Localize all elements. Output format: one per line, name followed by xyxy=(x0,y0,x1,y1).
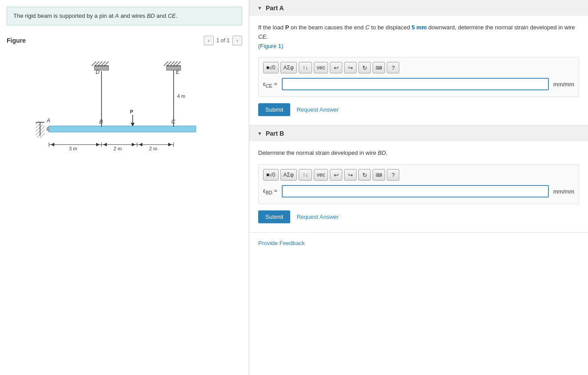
svg-text:3 m: 3 m xyxy=(69,146,77,151)
svg-marker-46 xyxy=(103,143,107,146)
part-a-body: If the load P on the beam causes the end… xyxy=(249,16,588,125)
svg-marker-44 xyxy=(51,143,54,146)
part-a-section: ▼ Part A If the load P on the beam cause… xyxy=(249,0,588,125)
refresh-btn-b[interactable]: ↻ xyxy=(358,169,371,181)
svg-rect-9 xyxy=(49,126,196,132)
svg-marker-47 xyxy=(132,143,135,146)
svg-text:A: A xyxy=(46,117,50,124)
svg-text:E: E xyxy=(176,69,180,75)
redo-btn-a[interactable]: ↪ xyxy=(344,62,357,73)
figure-area: Figure ‹ 1 of 1 › xyxy=(0,32,249,375)
part-b-toolbar: ■√0 ΑΣφ ↑↓ vec ↩ ↪ ↻ ⌨ ? xyxy=(263,169,574,181)
svg-line-6 xyxy=(37,130,45,137)
svg-line-4 xyxy=(36,125,43,132)
part-a-answer-input[interactable] xyxy=(282,78,549,90)
part-b-action-row: Submit Request Answer xyxy=(258,210,579,223)
problem-statement: The rigid beam is supported by a pin at … xyxy=(7,7,242,25)
next-figure-button[interactable]: › xyxy=(232,36,242,45)
figure-svg-wrapper: A D B xyxy=(4,49,244,165)
svg-text:C: C xyxy=(171,119,175,125)
part-a-title: Part A xyxy=(266,4,284,12)
part-b-title: Part B xyxy=(266,130,284,137)
part-a-input-row: εCE = mm/mm xyxy=(263,78,574,90)
svg-text:B: B xyxy=(99,119,103,125)
part-a-header[interactable]: ▼ Part A xyxy=(249,0,588,16)
part-a-input-label: εCE = xyxy=(263,81,277,89)
part-b-input-unit: mm/mm xyxy=(553,188,574,195)
undo-btn-b[interactable]: ↩ xyxy=(330,169,342,181)
symbol-btn-a[interactable]: ΑΣφ xyxy=(280,62,297,73)
prev-figure-button[interactable]: ‹ xyxy=(204,36,214,45)
part-b-toolbar-container: ■√0 ΑΣφ ↑↓ vec ↩ ↪ ↻ ⌨ ? εBD = mm/mm xyxy=(258,164,579,204)
part-a-toolbar-container: ■√0 ΑΣφ ↑↓ vec ↩ ↪ ↻ ⌨ ? εCE = mm/mm xyxy=(258,57,579,97)
part-a-question: If the load P on the beam causes the end… xyxy=(258,23,579,51)
part-b-header[interactable]: ▼ Part B xyxy=(249,125,588,141)
figure-link-a[interactable]: (Figure 1) xyxy=(258,43,283,49)
part-b-request-answer-link[interactable]: Request Answer xyxy=(296,214,339,220)
figure-content: A D B xyxy=(4,49,244,375)
part-a-request-answer-link[interactable]: Request Answer xyxy=(296,106,339,113)
help-btn-b[interactable]: ? xyxy=(387,169,399,181)
part-a-submit-button[interactable]: Submit xyxy=(258,103,290,116)
undo-btn-a[interactable]: ↩ xyxy=(330,62,342,73)
svg-text:4 m: 4 m xyxy=(177,93,185,99)
part-b-body: Determine the normal strain developed in… xyxy=(249,141,588,232)
part-b-section: ▼ Part B Determine the normal strain dev… xyxy=(249,125,588,233)
vec-btn-a[interactable]: vec xyxy=(314,62,328,73)
part-b-submit-button[interactable]: Submit xyxy=(258,210,290,223)
svg-text:2 m: 2 m xyxy=(114,146,122,151)
figure-title: Figure xyxy=(7,37,26,44)
part-a-toolbar: ■√0 ΑΣφ ↑↓ vec ↩ ↪ ↻ ⌨ ? xyxy=(263,62,574,73)
help-btn-a[interactable]: ? xyxy=(387,62,399,73)
part-a-input-unit: mm/mm xyxy=(553,81,574,88)
part-b-input-row: εBD = mm/mm xyxy=(263,185,574,198)
svg-text:2 m: 2 m xyxy=(149,146,157,151)
feedback-section: Provide Feedback xyxy=(249,233,588,254)
arrows-btn-b[interactable]: ↑↓ xyxy=(299,169,312,181)
part-b-input-label: εBD = xyxy=(263,187,277,195)
figure-header: Figure ‹ 1 of 1 › xyxy=(4,32,244,49)
keyboard-btn-b[interactable]: ⌨ xyxy=(373,169,385,181)
svg-text:D: D xyxy=(96,69,100,75)
refresh-btn-a[interactable]: ↻ xyxy=(358,62,371,73)
matrix-btn-b[interactable]: ■√0 xyxy=(263,169,279,181)
arrows-btn-a[interactable]: ↑↓ xyxy=(299,62,312,73)
part-b-question: Determine the normal strain developed in… xyxy=(258,149,579,158)
svg-text:P: P xyxy=(130,109,133,114)
part-a-collapse-arrow: ▼ xyxy=(257,5,262,11)
svg-line-7 xyxy=(40,133,45,138)
part-a-action-row: Submit Request Answer xyxy=(258,103,579,116)
svg-marker-49 xyxy=(168,143,172,146)
right-panel: ▼ Part A If the load P on the beam cause… xyxy=(249,0,588,375)
vec-btn-b[interactable]: vec xyxy=(314,169,328,181)
page-indicator: 1 of 1 xyxy=(216,37,230,44)
beam-diagram: A D B xyxy=(36,53,214,156)
provide-feedback-link[interactable]: Provide Feedback xyxy=(258,240,305,246)
left-panel: The rigid beam is supported by a pin at … xyxy=(0,0,249,375)
part-b-collapse-arrow: ▼ xyxy=(257,131,262,136)
svg-marker-45 xyxy=(96,143,100,146)
part-b-answer-input[interactable] xyxy=(282,185,549,198)
figure-nav: ‹ 1 of 1 › xyxy=(204,36,242,45)
svg-marker-48 xyxy=(139,143,142,146)
keyboard-btn-a[interactable]: ⌨ xyxy=(373,62,385,73)
redo-btn-b[interactable]: ↪ xyxy=(344,169,357,181)
symbol-btn-b[interactable]: ΑΣφ xyxy=(280,169,297,181)
matrix-btn-a[interactable]: ■√0 xyxy=(263,62,279,73)
